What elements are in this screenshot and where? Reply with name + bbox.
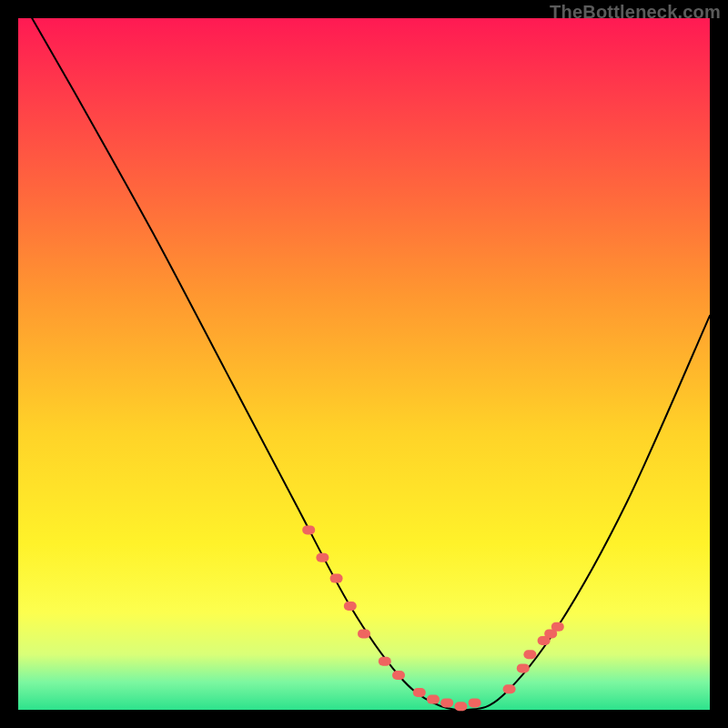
data-marker — [316, 553, 329, 562]
data-marker — [517, 663, 530, 672]
data-marker — [440, 698, 453, 707]
chart-svg — [18, 18, 710, 710]
data-marker — [427, 695, 440, 704]
data-marker — [454, 702, 467, 711]
data-marker — [469, 698, 481, 707]
data-marker — [330, 574, 343, 583]
marker-group — [302, 525, 564, 711]
data-marker — [379, 657, 391, 666]
curve-line — [32, 18, 710, 710]
chart-frame: TheBottleneck.com — [0, 0, 728, 728]
data-marker — [344, 602, 357, 611]
data-marker — [302, 525, 315, 534]
data-marker — [413, 688, 426, 697]
data-marker — [503, 684, 516, 693]
data-marker — [358, 629, 370, 638]
data-marker — [523, 650, 536, 659]
data-marker — [392, 671, 405, 680]
data-marker — [551, 622, 564, 632]
